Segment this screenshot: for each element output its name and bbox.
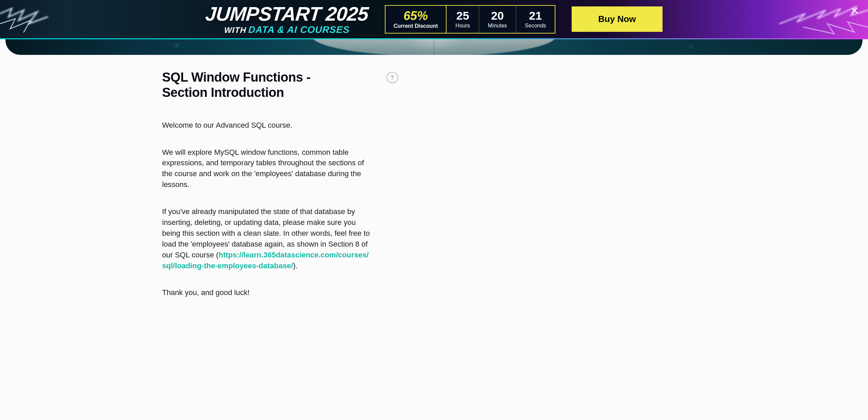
intro-paragraph-3: If you've already manipulated the state … — [162, 206, 372, 271]
book-pages-decor — [312, 39, 556, 55]
help-icon[interactable]: ? — [387, 72, 398, 83]
promo-title-sub: WITHDATA & AI COURSES — [205, 25, 369, 35]
seconds-label: Seconds — [525, 23, 546, 29]
buy-now-button[interactable]: Buy Now — [572, 6, 662, 32]
hours-label: Hours — [455, 23, 470, 29]
seconds-cell: 21 Seconds — [516, 6, 555, 33]
discount-value: 65% — [403, 9, 428, 23]
intro-paragraph-2: We will explore MySQL window functions, … — [162, 147, 372, 190]
lesson-content: ? SQL Window Functions - Section Introdu… — [162, 70, 372, 298]
minutes-cell: 20 Minutes — [479, 6, 516, 33]
p3-after: ). — [293, 261, 297, 270]
discount-cell: 65% Current Discount — [386, 6, 447, 33]
content-wrap: ? SQL Window Functions - Section Introdu… — [0, 55, 868, 298]
page-title: SQL Window Functions - Section Introduct… — [162, 70, 352, 100]
hours-cell: 25 Hours — [447, 6, 479, 33]
minutes-value: 20 — [491, 9, 504, 22]
countdown-box: 65% Current Discount 25 Hours 20 Minutes… — [385, 5, 556, 34]
hours-value: 25 — [456, 9, 469, 22]
intro-paragraph-1: Welcome to our Advanced SQL course. — [162, 120, 372, 131]
promo-title-with: WITH — [224, 25, 247, 35]
hero-image-strip — [5, 39, 863, 55]
minutes-label: Minutes — [488, 23, 507, 29]
close-icon[interactable]: ✕ — [850, 6, 859, 16]
discount-label: Current Discount — [394, 23, 438, 29]
promo-banner: JUMPSTART 2025 WITHDATA & AI COURSES 65%… — [0, 0, 868, 39]
intro-paragraph-4: Thank you, and good luck! — [162, 287, 372, 298]
lightning-right-decor — [732, 0, 868, 39]
lightning-left-decor — [0, 0, 68, 39]
seconds-value: 21 — [529, 9, 542, 22]
promo-title-group: JUMPSTART 2025 WITHDATA & AI COURSES — [205, 4, 368, 35]
promo-title-colored: DATA & AI COURSES — [248, 24, 350, 35]
promo-title-main: JUMPSTART 2025 — [205, 4, 369, 24]
